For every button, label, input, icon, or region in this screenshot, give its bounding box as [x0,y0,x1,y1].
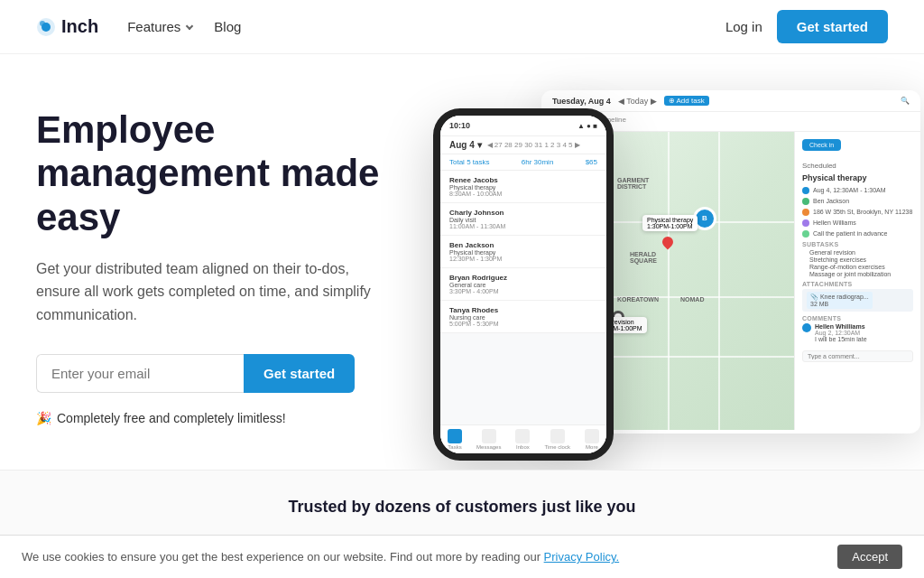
dash-sidebar: Check in Scheduled Physical therapy Aug … [794,132,920,430]
logo-icon [36,17,56,37]
dash-person-name: Ben Jackson [813,197,849,205]
chevron-down-icon [186,22,193,29]
dash-action-buttons: Check in [802,139,913,156]
phone-tasks-header: Total 5 tasks 6hr 30min $65 [440,154,606,171]
hero-free-text: 🎉 Completely free and completely limitle… [36,411,415,425]
cookie-accept-button[interactable]: Accept [837,545,902,569]
hero-title: Employee management made easy [36,108,415,239]
cookie-text: We use cookies to ensure you get the bes… [22,550,827,564]
task-type: Physical therapy [449,184,597,191]
phone-nav-more[interactable]: More [585,429,599,450]
messages-icon [482,429,496,443]
map-label-koreatown: KOREATOWN [617,296,659,303]
phone-nav-timeclock[interactable]: Time clock [544,429,569,450]
dash-schedule-label: Scheduled [802,162,913,170]
hero-right: 10:10 ▲ ● ■ Aug 4 ▾ ◀ 27 28 29 30 31 1 2… [415,90,888,470]
nav-blog[interactable]: Blog [214,19,241,34]
phone-tasks-count: 5 tasks [467,158,489,166]
phone-task-list: Renee Jacobs Physical therapy 8:30AM - 1… [440,171,606,333]
party-icon: 🎉 [36,411,51,425]
phone-task-item: Bryan Rodriguez General care 3:30PM - 4:… [440,268,606,301]
dash-address: 186 W 35th St, Brooklyn, NY 11238 [813,208,912,216]
comment-time: Aug 2, 12:30AM [815,330,867,336]
subtask-4: Massage or joint mobilization [802,271,913,277]
phone-time: 10:10 [449,121,470,130]
phone-nav-inbox[interactable]: Inbox [515,429,530,450]
subtask-2: Stretching exercises [802,256,913,263]
nav-links: Features Blog [127,19,725,34]
hero-section: Employee management made easy Get your d… [0,54,924,470]
check-in-button[interactable]: Check in [802,139,841,151]
phone-date: Aug 4 ▾ [449,140,482,150]
dash-subtasks-label: Subtasks [802,241,913,247]
phone-nav-messages[interactable]: Messages [476,429,501,450]
dash-comments-label: Comments [802,315,913,322]
inbox-icon [515,429,530,443]
comment-content: Hellen Whilliams Aug 2, 12:30AM I will b… [815,323,867,342]
hero-get-started-button[interactable]: Get started [244,354,355,393]
navbar: Inch Features Blog Log in Get started [0,0,924,54]
more-icon [585,429,599,443]
phone-task-item: Renee Jacobs Physical therapy 8:30AM - 1… [440,171,606,203]
phone-hours: 6hr 30min [522,158,554,166]
get-started-nav-button[interactable]: Get started [777,10,888,43]
note-icon [802,230,809,238]
map-task-popup: Physical therapy1:30PM-1:00PM [642,215,698,231]
dash-comment-row: Hellen Whilliams Aug 2, 12:30AM I will b… [802,323,913,342]
phone-status-icons: ▲ ● ■ [578,122,597,130]
task-name: Tanya Rhodes [449,306,597,314]
dash-address-row: 186 W 35th St, Brooklyn, NY 11238 [802,208,913,216]
task-type: Nursing care [449,314,597,321]
colleague-icon [802,219,809,227]
dash-date: Tuesday, Aug 4 [552,97,611,106]
tasks-icon [448,429,462,443]
map-pin-red [661,234,676,249]
email-input[interactable] [36,354,244,393]
dash-attachment-1: 📎 Knee radiograp...32 MB [802,289,913,312]
person-icon [802,198,809,205]
comment-input[interactable] [802,350,913,362]
map-label-garment: GARMENTDISTRICT [617,177,649,190]
phone-date-detail: ◀ 27 28 29 30 31 1 2 3 4 5 ▶ [487,141,580,149]
task-type: Daily visit [449,217,597,223]
phone-nav-tasks[interactable]: Tasks [448,429,462,450]
task-name: Renee Jacobs [449,176,597,184]
phone-task-item: Ben Jackson Physical therapy 12:30PM - 1… [440,236,606,268]
phone-total-label: Total 5 tasks [449,158,489,166]
task-time: 8:30AM - 10:00AM [449,191,597,197]
task-time: 3:30PM - 4:00PM [449,288,597,294]
phone-date-row: Aug 4 ▾ ◀ 27 28 29 30 31 1 2 3 4 5 ▶ [440,136,606,154]
dash-add-task[interactable]: ⊕ Add task [664,96,709,106]
dash-attachments-label: Attachments [802,281,913,287]
logo[interactable]: Inch [36,16,98,37]
phone-screen: 10:10 ▲ ● ■ Aug 4 ▾ ◀ 27 28 29 30 31 1 2… [440,116,606,453]
cookie-banner: We use cookies to ensure you get the bes… [0,535,924,578]
dash-person-row: Ben Jackson [802,197,913,205]
nav-features[interactable]: Features [127,19,192,34]
privacy-policy-link[interactable]: Privacy Policy. [544,550,620,564]
dash-note: Call the patient in advance [813,229,888,238]
attachment-preview: 📎 Knee radiograp...32 MB [807,292,873,309]
svg-point-2 [40,21,45,26]
subtask-1: General revision [802,249,913,256]
dash-task-time: Aug 4, 12:30AM - 1:30AM [813,186,886,194]
dash-colleague-row: Hellen Williams [802,219,913,227]
phone-mockup: 10:10 ▲ ● ■ Aug 4 ▾ ◀ 27 28 29 30 31 1 2… [433,108,614,461]
task-type: General care [449,282,597,288]
dash-search-icon[interactable]: 🔍 [901,97,910,105]
task-type: Physical therapy [449,249,597,256]
task-time: 11:00AM - 11:30AM [449,223,597,229]
timeclock-icon [550,429,565,443]
dash-today-nav: ◀ Today ▶ [618,97,657,106]
nav-right: Log in Get started [725,10,888,43]
trusted-title: Trusted by dozens of customers just like… [36,498,888,517]
dash-task-title: Physical therapy [802,173,913,182]
dash-time-row: Aug 4, 12:30AM - 1:30AM [802,186,913,194]
task-name: Charly Johnson [449,209,597,217]
logo-text: Inch [61,16,98,37]
subtask-3: Range-of-motion exercises [802,264,913,270]
login-button[interactable]: Log in [725,19,762,34]
hero-left: Employee management made easy Get your d… [36,90,415,425]
location-icon [802,209,809,216]
task-time: 12:30PM - 1:30PM [449,256,597,262]
